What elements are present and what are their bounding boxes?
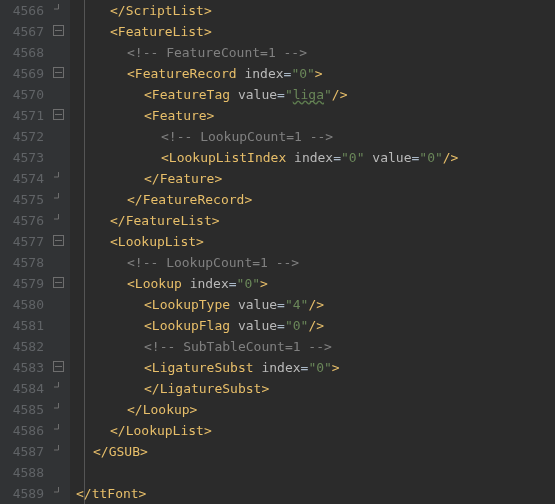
gutter: 4566456745684569457045714572457345744575… (0, 0, 70, 504)
code-line[interactable]: <FeatureTag value="liga"/> (76, 84, 555, 105)
token-str: " (324, 87, 332, 102)
line-number: 4576 (0, 210, 44, 231)
token-cmt: <!-- FeatureCount=1 --> (127, 45, 307, 60)
token-tag: </GSUB> (93, 444, 148, 459)
code-line[interactable]: <LigatureSubst index="0"> (76, 357, 555, 378)
fold-close-icon[interactable] (53, 193, 64, 204)
token-tag: <LookupListIndex (161, 150, 286, 165)
token-tag: </LookupList> (110, 423, 212, 438)
fold-close-icon[interactable] (53, 4, 64, 15)
code-line[interactable]: <LookupListIndex index="0" value="0"/> (76, 147, 555, 168)
token-str: "0" (419, 150, 442, 165)
code-line[interactable]: <LookupList> (76, 231, 555, 252)
line-number: 4589 (0, 483, 44, 504)
code-line[interactable]: </ScriptList> (76, 0, 555, 21)
code-line[interactable]: </GSUB> (76, 441, 555, 462)
token-tag: </Feature> (144, 171, 222, 186)
token-attr: value (238, 318, 277, 333)
code-line[interactable]: </LigatureSubst> (76, 378, 555, 399)
code-line[interactable]: <!-- FeatureCount=1 --> (76, 42, 555, 63)
token-tag: </LigatureSubst> (144, 381, 269, 396)
token-str: "4" (285, 297, 308, 312)
fold-open-icon[interactable] (53, 109, 64, 120)
token-eq: = (229, 276, 237, 291)
token-tag: /> (308, 318, 324, 333)
line-number: 4573 (0, 147, 44, 168)
fold-close-icon[interactable] (53, 424, 64, 435)
token-tag: /> (308, 297, 324, 312)
token-str: "0" (341, 150, 364, 165)
code-line[interactable]: <LookupFlag value="0"/> (76, 315, 555, 336)
token-attr: value (238, 297, 277, 312)
code-line[interactable]: <FeatureList> (76, 21, 555, 42)
code-line[interactable]: </Feature> (76, 168, 555, 189)
line-number: 4586 (0, 420, 44, 441)
code-line[interactable]: <!-- LookupCount=1 --> (76, 126, 555, 147)
fold-close-icon[interactable] (53, 403, 64, 414)
token-cmt: <!-- LookupCount=1 --> (127, 255, 299, 270)
fold-close-icon[interactable] (53, 445, 64, 456)
line-number: 4571 (0, 105, 44, 126)
code-line[interactable]: <Lookup index="0"> (76, 273, 555, 294)
token-eq: = (277, 297, 285, 312)
line-number: 4580 (0, 294, 44, 315)
token-attr: index (244, 66, 283, 81)
token-tag: > (332, 360, 340, 375)
line-number: 4577 (0, 231, 44, 252)
line-number: 4569 (0, 63, 44, 84)
line-number: 4582 (0, 336, 44, 357)
code-line[interactable]: </ttFont> (76, 483, 555, 504)
line-number: 4588 (0, 462, 44, 483)
line-number: 4585 (0, 399, 44, 420)
fold-open-icon[interactable] (53, 25, 64, 36)
token-tag: /> (332, 87, 348, 102)
line-number: 4566 (0, 0, 44, 21)
fold-close-icon[interactable] (53, 214, 64, 225)
line-number: 4578 (0, 252, 44, 273)
line-number: 4575 (0, 189, 44, 210)
token-tag: > (315, 66, 323, 81)
token-tag: <FeatureList> (110, 24, 212, 39)
code-line[interactable]: </LookupList> (76, 420, 555, 441)
token-attr: index (190, 276, 229, 291)
line-number: 4567 (0, 21, 44, 42)
token-str: " (285, 87, 293, 102)
token-attr: value (372, 150, 411, 165)
code-line[interactable]: <LookupType value="4"/> (76, 294, 555, 315)
token-tag: <LookupFlag (144, 318, 230, 333)
code-line[interactable]: </FeatureRecord> (76, 189, 555, 210)
code-line[interactable] (76, 462, 555, 483)
line-number: 4587 (0, 441, 44, 462)
fold-open-icon[interactable] (53, 235, 64, 246)
code-line[interactable]: <!-- SubTableCount=1 --> (76, 336, 555, 357)
token-eq: = (277, 87, 285, 102)
code-line[interactable]: <FeatureRecord index="0"> (76, 63, 555, 84)
token-tag: </FeatureRecord> (127, 192, 252, 207)
fold-close-icon[interactable] (53, 487, 64, 498)
fold-open-icon[interactable] (53, 361, 64, 372)
fold-close-icon[interactable] (53, 172, 64, 183)
token-tag: <Lookup (127, 276, 182, 291)
line-number: 4568 (0, 42, 44, 63)
fold-close-icon[interactable] (53, 382, 64, 393)
line-number: 4584 (0, 378, 44, 399)
token-tag: <FeatureRecord (127, 66, 237, 81)
code-line[interactable]: </FeatureList> (76, 210, 555, 231)
fold-open-icon[interactable] (53, 277, 64, 288)
token-tag: <LookupType (144, 297, 230, 312)
token-tag: <LookupList> (110, 234, 204, 249)
fold-open-icon[interactable] (53, 67, 64, 78)
token-tag: <Feature> (144, 108, 214, 123)
line-number: 4570 (0, 84, 44, 105)
token-tag: <FeatureTag (144, 87, 230, 102)
token-eq: = (277, 318, 285, 333)
line-number: 4579 (0, 273, 44, 294)
code-area[interactable]: </ScriptList><FeatureList><!-- FeatureCo… (70, 0, 555, 504)
code-line[interactable]: <!-- LookupCount=1 --> (76, 252, 555, 273)
line-number: 4574 (0, 168, 44, 189)
code-line[interactable]: </Lookup> (76, 399, 555, 420)
token-str: "0" (285, 318, 308, 333)
code-line[interactable]: <Feature> (76, 105, 555, 126)
code-editor[interactable]: 4566456745684569457045714572457345744575… (0, 0, 555, 504)
token-tag: > (260, 276, 268, 291)
